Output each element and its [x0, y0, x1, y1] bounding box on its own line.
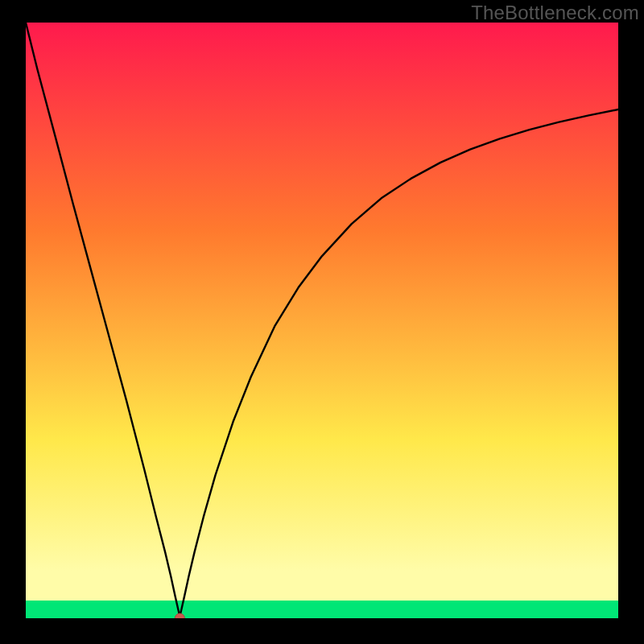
plot-area: [26, 23, 618, 618]
chart-container: TheBottleneck.com: [0, 0, 644, 644]
watermark-text: TheBottleneck.com: [471, 2, 639, 24]
gradient-background: [26, 23, 618, 618]
plot-svg: [26, 23, 618, 618]
